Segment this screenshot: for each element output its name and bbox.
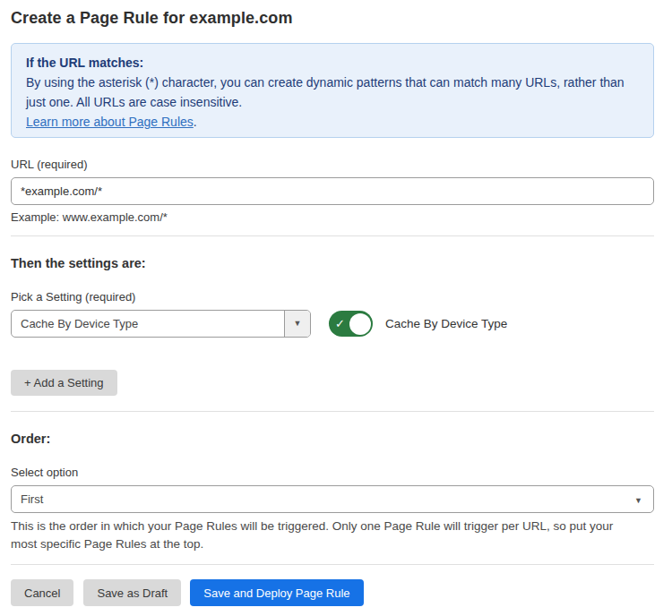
setting-select[interactable]: Cache By Device Type ▼ (11, 310, 311, 338)
url-input[interactable] (11, 177, 654, 205)
pick-setting-label: Pick a Setting (required) (11, 290, 654, 304)
order-helper-text: This is the order in which your Page Rul… (11, 518, 642, 553)
info-box-heading: If the URL matches: (26, 53, 639, 73)
url-match-info-box: If the URL matches: By using the asteris… (11, 43, 654, 138)
order-select[interactable]: First ▼ (11, 485, 654, 513)
order-select-value: First (12, 492, 634, 506)
footer-buttons: Cancel Save as Draft Save and Deploy Pag… (11, 579, 654, 606)
check-icon: ✓ (335, 318, 345, 329)
setting-select-arrow-cell[interactable]: ▼ (284, 311, 310, 337)
chevron-down-icon: ▼ (634, 496, 642, 505)
link-period: . (194, 115, 197, 129)
cache-device-toggle[interactable]: ✓ (329, 311, 373, 337)
page-rule-form: Create a Page Rule for example.com If th… (11, 0, 654, 606)
save-deploy-button[interactable]: Save and Deploy Page Rule (190, 579, 363, 606)
learn-more-link[interactable]: Learn more about Page Rules (26, 115, 194, 129)
setting-row: Cache By Device Type ▼ ✓ Cache By Device… (11, 310, 654, 338)
toggle-label: Cache By Device Type (385, 317, 507, 330)
chevron-down-icon: ▼ (294, 320, 302, 328)
settings-section-heading: Then the settings are: (11, 256, 654, 270)
order-select-arrow: ▼ (634, 492, 653, 506)
order-select-label: Select option (11, 466, 654, 479)
page-title: Create a Page Rule for example.com (11, 0, 654, 28)
setting-select-value: Cache By Device Type (12, 317, 284, 330)
save-draft-button[interactable]: Save as Draft (83, 579, 181, 606)
divider (11, 411, 654, 412)
order-section-heading: Order: (11, 432, 654, 446)
info-box-link-line: Learn more about Page Rules. (26, 112, 639, 132)
cancel-button[interactable]: Cancel (11, 579, 73, 606)
add-setting-button[interactable]: + Add a Setting (11, 370, 117, 396)
url-field-label: URL (required) (11, 158, 654, 171)
toggle-knob (349, 313, 371, 335)
info-box-body: By using the asterisk (*) character, you… (26, 73, 639, 112)
url-example-helper: Example: www.example.com/* (11, 210, 654, 224)
divider (11, 564, 654, 565)
divider (11, 235, 654, 236)
